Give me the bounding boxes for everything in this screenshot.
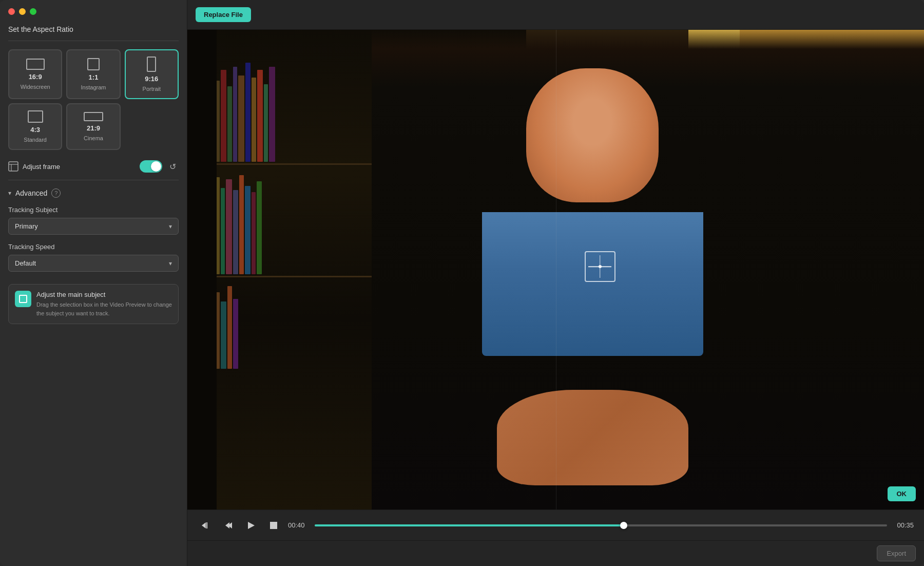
tracking-subject-arrow-icon: ▾: [169, 223, 172, 230]
maximize-button[interactable]: [30, 8, 36, 15]
bottom-bar: Export: [187, 540, 924, 566]
replace-file-button[interactable]: Replace File: [196, 7, 251, 22]
svg-marker-7: [248, 522, 255, 529]
advanced-label: Advanced: [15, 189, 47, 197]
advanced-chevron-icon[interactable]: ▾: [8, 190, 11, 197]
portrait-label: Portrait: [143, 86, 161, 92]
info-text-block: Adjust the main subject Drag the selecti…: [36, 291, 172, 317]
tracking-subject-label: Tracking Subject: [8, 206, 179, 214]
left-panel: Set the Aspect Ratio 16:9 Widescreen 1:1…: [0, 0, 187, 566]
right-panel: Replace File: [187, 0, 924, 566]
person-shirt: [482, 212, 703, 356]
svg-rect-0: [9, 162, 18, 171]
adjust-frame-right: ↺: [140, 160, 179, 173]
info-card: Adjust the main subject Drag the selecti…: [8, 284, 179, 324]
standard-ratio: 4:3: [30, 126, 40, 134]
top-bar: Replace File: [187, 0, 924, 30]
adjust-frame-toggle[interactable]: [140, 160, 162, 173]
aspect-ratio-grid-row2: 4:3 Standard 21:9 Cinema: [8, 103, 179, 150]
tracking-speed-label: Tracking Speed: [8, 243, 179, 251]
video-frame: OK: [187, 30, 924, 510]
tracking-speed-arrow-icon: ▾: [169, 260, 172, 267]
portrait-icon: [147, 56, 156, 72]
book: [252, 192, 256, 274]
standard-icon: [28, 110, 43, 123]
book: [238, 76, 244, 162]
divider: [8, 41, 179, 41]
book: [227, 286, 232, 369]
book: [245, 186, 251, 274]
book: [269, 67, 275, 162]
standard-label: Standard: [24, 137, 47, 143]
stop-button[interactable]: [265, 517, 282, 534]
step-back-icon: [223, 520, 234, 531]
progress-bar[interactable]: [315, 524, 887, 526]
svg-rect-4: [206, 522, 207, 529]
svg-rect-8: [270, 522, 277, 529]
tracking-subject-value: Primary: [15, 222, 38, 230]
cinema-ratio: 21:9: [87, 124, 100, 132]
close-button[interactable]: [8, 8, 15, 15]
reset-button[interactable]: ↺: [166, 160, 179, 173]
widescreen-icon: [26, 59, 45, 70]
aspect-card-instagram[interactable]: 1:1 Instagram: [66, 49, 120, 99]
adjust-frame-left: Adjust frame: [8, 161, 60, 172]
time-remaining: 00:35: [893, 521, 914, 529]
book: [227, 86, 232, 162]
book: [245, 63, 251, 162]
aspect-card-widescreen[interactable]: 16:9 Widescreen: [8, 49, 62, 99]
help-icon[interactable]: ?: [51, 188, 61, 198]
play-button[interactable]: [243, 517, 259, 534]
svg-marker-3: [202, 522, 206, 529]
book: [233, 299, 238, 369]
crop-line-indicator: [556, 30, 557, 510]
info-icon-inner: [19, 295, 27, 303]
tracking-subject-dropdown[interactable]: Primary ▾: [8, 218, 179, 235]
aspect-ratio-grid-row1: 16:9 Widescreen 1:1 Instagram 9:16 Portr…: [8, 49, 179, 99]
book: [252, 78, 256, 162]
book: [257, 70, 263, 162]
person-hands: [497, 390, 688, 486]
minimize-button[interactable]: [19, 8, 26, 15]
cinema-label: Cinema: [84, 135, 103, 141]
traffic-lights: [8, 8, 179, 15]
book: [233, 190, 238, 274]
instagram-icon: [87, 58, 100, 70]
progress-thumb[interactable]: [620, 522, 627, 529]
book: [257, 181, 262, 274]
tracking-speed-dropdown[interactable]: Default ▾: [8, 255, 179, 272]
cinema-icon: [84, 112, 103, 121]
time-current: 00:40: [288, 521, 309, 529]
info-card-title: Adjust the main subject: [36, 291, 172, 298]
widescreen-ratio: 16:9: [29, 73, 42, 81]
tracking-box[interactable]: [585, 251, 615, 282]
info-card-description: Drag the selection box in the Video Prev…: [36, 300, 172, 317]
person-head: [526, 68, 659, 203]
adjust-frame-row: Adjust frame ↺: [8, 160, 179, 180]
video-area[interactable]: OK: [187, 30, 924, 510]
book: [264, 84, 268, 162]
widescreen-label: Widescreen: [21, 84, 50, 90]
export-button[interactable]: Export: [877, 545, 916, 561]
aspect-card-standard[interactable]: 4:3 Standard: [8, 103, 62, 150]
instagram-ratio: 1:1: [89, 73, 99, 81]
book: [221, 188, 225, 274]
ok-button[interactable]: OK: [888, 486, 916, 501]
aspect-card-portrait[interactable]: 9:16 Portrait: [125, 49, 179, 99]
tracking-speed-value: Default: [15, 259, 36, 267]
book: [221, 301, 226, 369]
empty-cell: [125, 103, 179, 150]
rewind-icon: [201, 520, 211, 531]
stop-icon: [268, 520, 279, 531]
step-back-button[interactable]: [220, 517, 237, 534]
rewind-button[interactable]: [198, 517, 214, 534]
aspect-card-cinema[interactable]: 21:9 Cinema: [66, 103, 120, 150]
instagram-label: Instagram: [81, 84, 106, 90]
adjust-frame-label: Adjust frame: [23, 163, 60, 171]
aspect-ratio-section-title: Set the Aspect Ratio: [8, 25, 179, 33]
book: [239, 175, 244, 274]
progress-fill: [315, 524, 624, 526]
book: [221, 70, 226, 162]
book: [226, 179, 232, 274]
portrait-ratio: 9:16: [145, 75, 158, 83]
